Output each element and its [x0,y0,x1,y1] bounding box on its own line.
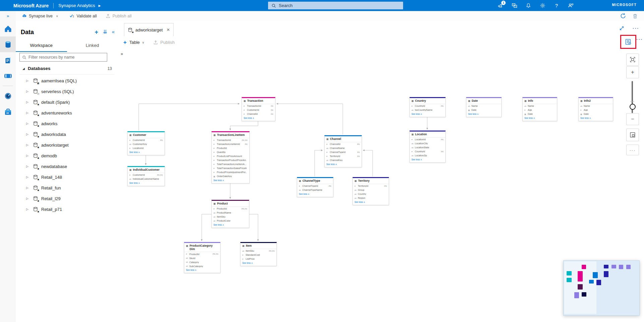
add-table-plus-icon[interactable]: + [123,39,127,46]
sidebar-item-monitor[interactable] [0,88,16,104]
see-less-link[interactable]: See less ∧ [353,200,389,205]
expand-chevron-icon[interactable]: ▷ [26,111,30,114]
validate-all-button[interactable]: Validate all [69,13,96,18]
sidebar-item-develop[interactable] [0,52,16,68]
collapse-all-icon[interactable]: ⇊ [103,29,107,36]
diagram-table-customer[interactable]: ▦Customer#CustomerIdPKabCustomerKey#Loca… [127,131,165,155]
gear-icon[interactable] [539,3,545,9]
collapse-panel-icon[interactable]: « [112,29,115,36]
see-less-link[interactable]: See less ∧ [297,192,333,197]
tab-adworkstarget[interactable]: ✱ adworkstarget ✕ [124,23,174,36]
see-less-link[interactable]: See less ∧ [212,223,249,228]
expand-chevron-icon[interactable]: ▷ [26,90,30,93]
publish-button[interactable]: Publish [153,40,175,45]
databases-section-header[interactable]: ◢ Databases 13 [22,66,112,71]
database-item-demodb[interactable]: ▷✱demodb [16,150,118,161]
bell-icon[interactable] [525,3,531,9]
frame-selection-button[interactable] [626,129,639,141]
diagram-table-date[interactable]: ▦DateabName▦DateSee less ∧ [466,97,502,117]
diagram-table-product[interactable]: ▦Product#ProductIdPK,FKabProductNameabIt… [211,200,249,228]
see-less-link[interactable]: See less ∧ [128,181,165,186]
sidebar-item-data[interactable] [0,36,16,52]
see-less-link[interactable]: See less ∧ [242,116,275,121]
table-dropdown-chevron-icon[interactable]: ∨ [142,41,144,44]
database-item-retail_fun[interactable]: ▷✱Retail_fun [16,182,118,193]
diagram-table-transaction[interactable]: ▦Transaction#TransactionIdFK#CustomerIdF… [242,97,275,121]
diagram-table-info[interactable]: ▦InfoabName#Age▦DateSee less ∧ [522,97,557,121]
diagram-table-channel[interactable]: ▦Channel#ChannelIdPKabChannelName#Channe… [324,135,362,167]
zoom-more-options-button[interactable]: ··· [626,145,639,155]
database-item-adworksdata[interactable]: ▷✱adworksdata [16,129,118,140]
zoom-slider-handle[interactable] [630,104,636,110]
zoom-in-button[interactable]: + [626,66,639,78]
database-item-aamerrilsea[interactable]: ▷▦aamerrilsea (SQL) [16,75,118,86]
expand-chevron-icon[interactable]: ▷ [26,197,30,200]
person-feedback-icon[interactable] [568,3,574,9]
zoom-out-button[interactable]: − [626,113,639,125]
sidebar-item-manage[interactable] [0,104,16,119]
discard-all-icon[interactable] [632,13,638,19]
expand-chevron-icon[interactable]: ▷ [26,79,30,82]
expand-chevron-icon[interactable]: ▷ [26,154,30,157]
filter-resources-input[interactable]: Filter resources by name [19,53,107,62]
diagram-table-item[interactable]: ▦ItemabItemSkuPK,FK#StandardCost#ListPri… [240,242,277,266]
diagram-table-channeltype[interactable]: ▦ChannelType#ChannelTypeIdPKabChannelTyp… [297,177,333,197]
canvas-more-options-icon[interactable]: ··· [636,37,643,42]
database-item-default[interactable]: ▷✱default (Spark) [16,97,118,107]
see-less-link[interactable]: See less ∧ [523,116,557,121]
database-item-adworks[interactable]: ▷✱adworks [16,118,118,129]
diagram-minimap[interactable] [563,260,640,316]
tab-more-options-icon[interactable]: ··· [633,26,639,31]
tab-workspace[interactable]: Workspace [16,40,67,52]
see-less-link[interactable]: See less ∧ [184,268,220,273]
sidebar-item-home[interactable] [0,21,16,36]
expand-editor-icon[interactable] [619,25,625,31]
see-less-link[interactable]: See less ∧ [466,112,501,117]
see-less-link[interactable]: See less ∧ [410,112,445,117]
expand-rail-chevrons[interactable]: » [0,11,16,21]
close-icon[interactable]: ✕ [167,27,170,32]
expand-chevron-icon[interactable]: ▷ [26,165,30,168]
see-less-link[interactable]: See less ∧ [579,116,613,121]
expand-chevron-icon[interactable]: ▷ [26,133,30,136]
expand-chevron-icon[interactable]: ▷ [26,122,30,125]
canvas-expander-chevrons[interactable]: » [121,51,123,56]
diagram-table-transactionlineitem[interactable]: ▦TransactionLineItem#TransactionIdPK,FK#… [211,131,250,183]
diagram-table-location[interactable]: ▦Location#LocationIdPKabLocationCityabLo… [409,131,446,163]
expand-chevron-icon[interactable]: ▷ [26,143,30,147]
diagram-table-info2[interactable]: ▦Info2abName#Age▦DateSee less ∧ [578,97,613,121]
see-less-link[interactable]: See less ∧ [410,158,445,162]
expand-chevron-icon[interactable]: ▷ [26,100,30,104]
see-less-link[interactable]: See less ∧ [325,162,362,167]
see-less-link[interactable]: See less ∧ [212,178,249,183]
see-less-link[interactable]: See less ∧ [241,261,276,266]
fit-to-screen-button[interactable] [626,54,639,66]
expand-chevron-icon[interactable]: ▷ [26,186,30,189]
tab-linked[interactable]: Linked [67,40,118,52]
publish-all-button[interactable]: Publish all [106,13,132,18]
refresh-icon[interactable] [620,13,626,19]
directory-switch-icon[interactable] [511,3,517,9]
diagram-table-individualcustomer[interactable]: ▦IndividualCustomer#CustomerIdPK,FKabInd… [127,166,165,186]
global-search-input[interactable]: Search [268,2,403,9]
diagram-table-territory[interactable]: ▦Territory#TerritoryIdPKabGroupabCountry… [352,177,389,205]
database-item-retail_148[interactable]: ▷✱Retail_148 [16,172,118,182]
help-icon[interactable]: ? [554,3,560,9]
database-item-adworkstarget[interactable]: ▷✱adworkstarget [16,140,118,150]
database-item-retail_l29[interactable]: ▷✱Retail_l29 [16,193,118,204]
database-item-retail_p71[interactable]: ▷✱Retail_p71 [16,204,118,215]
diagram-table-productcategorydim[interactable]: ▦ProductCategory Dim#ProductIdPK,FKabSku… [184,242,220,273]
mode-switcher[interactable]: Synapse live ∨ [22,13,58,18]
database-item-newdatabase[interactable]: ▷✱newdatabase [16,161,118,172]
sidebar-item-integrate[interactable] [0,68,16,84]
properties-button-highlighted[interactable] [620,35,636,49]
expand-chevron-icon[interactable]: ▷ [26,175,30,179]
add-icon[interactable]: + [95,29,99,36]
database-item-serverless[interactable]: ▷⏻serverless (SQL) [16,86,118,97]
add-table-button[interactable]: Table [129,40,140,45]
expand-chevron-icon[interactable]: ▷ [26,208,30,211]
megaphone-icon[interactable]: 1 [497,3,503,9]
see-less-link[interactable]: See less ∧ [128,150,165,155]
database-item-adventureworks[interactable]: ▷✱adventureworks [16,107,118,118]
diagram-table-country[interactable]: ▦Country#CountryIdPKabIsoCountryNameSee … [409,97,446,117]
